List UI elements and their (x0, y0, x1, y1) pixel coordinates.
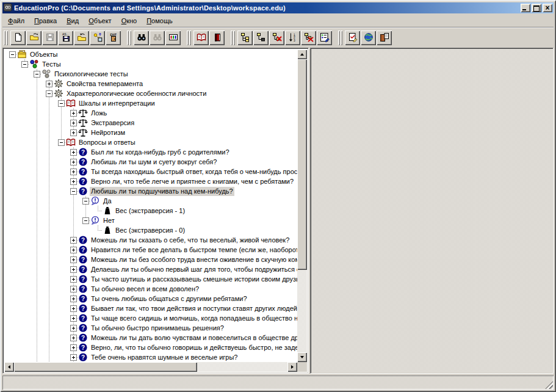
tree-node-label[interactable]: Экстраверсия (90, 118, 135, 128)
tree-expander-minus[interactable] (82, 217, 89, 224)
tree-node-label[interactable]: Ты всегда находишь быстрый ответ, когда … (90, 167, 297, 176)
toolbar-grip[interactable] (6, 31, 8, 45)
tree-expander-plus[interactable] (46, 81, 52, 87)
tree-node-label[interactable]: Нет (102, 216, 116, 225)
tree-node-label[interactable]: Нравится ли тебе все делать в быстром те… (90, 245, 297, 255)
menu-item-2[interactable]: Правка (29, 16, 62, 26)
tree-expander-plus[interactable] (70, 178, 77, 185)
tree-expander-minus[interactable] (21, 61, 28, 68)
tree-expander-plus[interactable] (70, 335, 77, 341)
tree-node-label[interactable]: Ложь (90, 109, 108, 118)
tree-expander-plus[interactable] (70, 120, 77, 126)
tree-node-label[interactable]: Ты обычно весел и всем доволен? (90, 285, 200, 294)
toolbar-grip[interactable] (129, 31, 131, 45)
tree-expander-minus[interactable] (70, 188, 77, 195)
tree-expander-plus[interactable] (70, 247, 77, 253)
sort-button[interactable]: 123 (285, 31, 300, 45)
tree-expander-plus[interactable] (70, 159, 77, 165)
toolbar-grip[interactable] (4, 31, 5, 45)
title-bar[interactable]: EducationPro (C:\Documents and Settings\… (2, 2, 554, 13)
menu-item-5[interactable]: Окно (117, 16, 142, 26)
scroll-right-button[interactable] (287, 362, 297, 372)
vertical-scrollbar[interactable] (297, 49, 307, 362)
tree-expander-plus[interactable] (70, 315, 77, 322)
tree-node-label[interactable]: Верно ли, что тебе легче и приятнее с кн… (90, 177, 295, 186)
tree-node-label[interactable]: Любишь ли ты шум и суету вокруг себя? (90, 158, 218, 167)
horizontal-scroll-thumb[interactable] (14, 362, 197, 372)
exit-button[interactable]: EXIT (106, 31, 121, 45)
tree-node-label[interactable]: Тесты (41, 60, 62, 69)
menu-item-6[interactable]: Помощь (142, 16, 178, 26)
save-as-button[interactable]: AS... (58, 31, 73, 45)
tree-expander-plus[interactable] (70, 256, 77, 263)
tree-node-label[interactable]: Шкалы и интерпретации (78, 99, 156, 108)
tree-node-label[interactable]: Делаешь ли ты обычно первый шаг для того… (90, 265, 297, 274)
tree-node-label[interactable]: Объекты (29, 50, 59, 59)
tree-expander-plus[interactable] (70, 305, 77, 312)
scroll-down-button[interactable] (297, 352, 307, 362)
add-node-button[interactable] (253, 31, 269, 45)
minimize-button[interactable] (521, 4, 530, 12)
tree-expander-minus[interactable] (46, 90, 52, 97)
delete-branch-button[interactable] (301, 31, 316, 45)
toolbar-grip[interactable] (341, 31, 342, 45)
tree-node-label[interactable]: Бывает ли так, что твои действия и посту… (90, 304, 297, 313)
scroll-left-button[interactable] (4, 362, 14, 372)
tree-expander-plus[interactable] (70, 354, 77, 361)
toolbar-grip[interactable] (187, 31, 189, 45)
delete-node-button[interactable] (269, 31, 284, 45)
validate-button[interactable] (345, 31, 360, 45)
toolbar-grip[interactable] (189, 31, 191, 45)
scroll-up-button[interactable] (297, 49, 307, 59)
close-button[interactable]: × (543, 4, 552, 12)
toolbar-grip[interactable] (127, 31, 129, 45)
export-keys-button[interactable] (90, 31, 105, 45)
tree-expander-plus[interactable] (70, 237, 77, 244)
horizontal-scrollbar[interactable] (4, 362, 297, 372)
tree-node-label[interactable]: Характерологические особенности личности (65, 89, 208, 98)
new-button[interactable] (10, 31, 26, 45)
tree-node-label[interactable]: Вес (экстраверсия - 1) (114, 206, 186, 216)
tree-expander-plus[interactable] (70, 276, 77, 283)
tree-node-label[interactable]: Можешь ли ты дать волю чувствам и повесе… (90, 333, 297, 343)
find-next-button[interactable] (150, 31, 165, 45)
tree-node-label[interactable]: Ты часто шутишь и рассказываешь смешные … (90, 275, 297, 284)
tree-expander-plus[interactable] (70, 149, 77, 156)
columns-button[interactable] (165, 31, 181, 45)
toolbar-grip[interactable] (338, 31, 340, 45)
tree-expander-plus[interactable] (70, 286, 77, 292)
menu-item-4[interactable]: Объект (84, 16, 116, 26)
open-button[interactable] (26, 31, 42, 45)
tree-node-label[interactable]: Вес (экстраверсия - 0) (114, 226, 186, 235)
tree-node-label[interactable]: Можешь ли ты без особого труда внести ож… (90, 255, 297, 264)
tree-expander-plus[interactable] (70, 325, 77, 332)
tree-expander-plus[interactable] (70, 129, 77, 136)
tree-node-label[interactable]: Да (102, 197, 113, 206)
tree-node-label[interactable]: Нейротизм (90, 128, 126, 137)
toolbar-grip[interactable] (231, 31, 233, 45)
tree-node-label[interactable]: Тебе очень нравятся шумные и веселые игр… (90, 353, 239, 362)
tree-expander-minus[interactable] (58, 100, 65, 107)
properties-button[interactable] (317, 31, 332, 45)
save-button[interactable] (42, 31, 57, 45)
maximize-button[interactable] (532, 4, 541, 12)
tree-node-label[interactable]: Вопросы и ответы (78, 138, 137, 147)
toolbar-grip[interactable] (233, 31, 235, 45)
menu-item-3[interactable]: Вид (62, 16, 84, 26)
tree-node-label[interactable]: Ты обычно быстро принимаешь решения? (90, 324, 225, 333)
tree-node-label[interactable]: Можешь ли ты сказать о себе, что ты весе… (90, 236, 291, 245)
reference-button[interactable] (377, 31, 392, 45)
tree-expander-minus[interactable] (34, 71, 40, 78)
tree-expander-plus[interactable] (70, 266, 77, 273)
open-book-button[interactable] (193, 31, 209, 45)
tree-expander-minus[interactable] (9, 51, 16, 58)
reopen-button[interactable] (74, 31, 89, 45)
tree-expander-minus[interactable] (82, 198, 89, 205)
tree-node-label[interactable]: Любишь ли ты подшучивать над кем-нибудь? (90, 187, 234, 196)
tree-node-label[interactable]: Свойства темперамента (65, 79, 144, 89)
tree-node-label[interactable]: Психологические тесты (53, 70, 129, 79)
internet-button[interactable] (361, 31, 376, 45)
find-button[interactable] (134, 31, 149, 45)
tree-node-label[interactable]: Верно, ли, что ты обычно говоришь и дейс… (90, 343, 297, 352)
tree-node-label[interactable]: Ты чаще всего сидишь и молчишь, когда по… (90, 314, 297, 323)
